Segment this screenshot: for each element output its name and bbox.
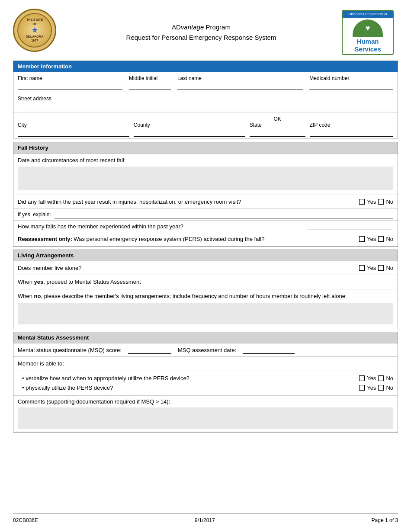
falls-count-input[interactable] xyxy=(307,222,393,230)
seal-star-icon: ★ xyxy=(26,26,43,35)
living-arrangements-textarea[interactable] xyxy=(18,303,393,324)
mental-status-header: Mental Status Assessment xyxy=(13,332,398,343)
ok-seal-text: THE STATE OF ★ OKLAHOMA 1907 xyxy=(26,18,43,42)
hs-heart-icon: ♥ xyxy=(366,24,370,33)
city-row: City County OK State ZIP code xyxy=(13,112,398,139)
name-row: First name Middle initial Last name Medi… xyxy=(13,72,398,92)
last-name-label: Last name xyxy=(177,75,303,81)
middle-initial-label: Middle initial xyxy=(129,75,171,81)
when-no-rest: , please describe the member's living ar… xyxy=(41,293,347,299)
bullet-1-yes-checkbox[interactable] xyxy=(359,375,365,381)
comments-textarea[interactable] xyxy=(18,407,393,429)
footer-page: Page 1 of 3 xyxy=(372,517,398,523)
hs-logo-bar: Oklahoma Department of xyxy=(343,11,393,18)
date-circumstances-label: Date and circumstances of most recent fa… xyxy=(18,157,125,163)
bullet-1-text: • verbalize how and when to appropriatel… xyxy=(22,374,353,383)
bullet-1-no-label: No xyxy=(386,375,393,381)
state-input[interactable] xyxy=(250,129,305,137)
county-input[interactable] xyxy=(134,129,245,137)
program-title-italic: vantage xyxy=(181,23,204,31)
reassessment-yesno-options: Yes No xyxy=(359,236,393,242)
fall-history-section: Fall History Date and circumstances of m… xyxy=(13,142,398,247)
injuries-yesno-options: Yes No xyxy=(359,199,393,205)
reassessment-normal-label: Was personal emergency response system (… xyxy=(74,236,264,242)
comments-row: Comments (supporting documentation requi… xyxy=(13,396,398,432)
city-group: City xyxy=(18,122,129,137)
live-alone-yes-checkbox[interactable] xyxy=(359,265,365,271)
footer-date: 9/1/2017 xyxy=(195,517,215,523)
comments-label: Comments (supporting documentation requi… xyxy=(18,398,170,405)
form-number: 02CB036E xyxy=(13,517,38,523)
hs-logo: Oklahoma Department of ♥ Human Services xyxy=(342,10,394,55)
last-name-input[interactable] xyxy=(177,82,303,90)
explain-row: If yes, explain: xyxy=(13,209,398,221)
falls-count-label: How many falls has the member experience… xyxy=(18,223,183,230)
first-name-group: First name xyxy=(18,75,129,90)
mental-status-section: Mental Status Assessment Mental status q… xyxy=(13,332,398,433)
first-name-label: First name xyxy=(18,75,122,81)
middle-initial-group: Middle initial xyxy=(129,75,177,90)
when-yes-row: When yes, proceed to Mental Status Asses… xyxy=(13,275,398,289)
street-address-row: Street address xyxy=(13,92,398,112)
middle-initial-input[interactable] xyxy=(129,82,171,90)
living-arrangements-header: Living Arrangements xyxy=(13,250,398,261)
explain-label: If yes, explain: xyxy=(18,212,51,218)
bullet-2-no-checkbox[interactable] xyxy=(378,385,384,391)
medicaid-number-input[interactable] xyxy=(309,82,393,90)
medicaid-number-label: Medicaid number xyxy=(309,75,393,81)
explain-input[interactable] xyxy=(55,211,393,218)
ok-seal-container: THE STATE OF ★ OKLAHOMA 1907 xyxy=(13,9,61,56)
state-group: OK State xyxy=(250,116,305,137)
bullet-2-yesno-options: Yes No xyxy=(359,385,393,391)
living-arrangements-section: Living Arrangements Does member live alo… xyxy=(13,250,398,330)
injuries-yesno: Yes No xyxy=(353,199,393,205)
injuries-row: Did any fall within the past year result… xyxy=(13,195,398,209)
state-prefill: OK xyxy=(250,116,305,122)
hs-green-arc-icon: ♥ xyxy=(353,19,383,37)
live-alone-no-checkbox[interactable] xyxy=(378,265,384,271)
injuries-question: Did any fall within the past year result… xyxy=(18,198,353,206)
member-info-header: Member Information xyxy=(13,61,398,72)
when-no-prefix: When xyxy=(18,293,34,299)
bullet-1-yes-label: Yes xyxy=(367,375,376,381)
falls-count-row: How many falls has the member experience… xyxy=(13,221,398,232)
bullet-1-no-checkbox[interactable] xyxy=(378,375,384,381)
street-address-input[interactable] xyxy=(18,103,393,110)
bullet-1-yesno-options: Yes No xyxy=(359,375,393,381)
program-title-line2: Request for Personal Emergency Response … xyxy=(61,32,342,43)
bullet-1-yesno: Yes No xyxy=(353,375,393,381)
program-title-normal: AD xyxy=(172,23,181,31)
first-name-input[interactable] xyxy=(18,82,122,90)
when-yes-rest: , proceed to Mental Status Assessment xyxy=(43,279,141,285)
injuries-yes-checkbox[interactable] xyxy=(359,199,365,205)
msq-score-input[interactable] xyxy=(128,346,171,354)
member-info-section: Member Information First name Middle ini… xyxy=(13,61,398,139)
bullet-item-1: • verbalize how and when to appropriatel… xyxy=(22,374,393,383)
county-group: County xyxy=(134,122,245,137)
city-label: City xyxy=(18,122,129,128)
msq-date-input[interactable] xyxy=(243,346,295,354)
page-footer: 02CB036E 9/1/2017 Page 1 of 3 xyxy=(13,513,398,523)
zip-input[interactable] xyxy=(310,129,393,137)
reassessment-yes-checkbox[interactable] xyxy=(359,236,365,242)
bullet-2-yes-checkbox[interactable] xyxy=(359,385,365,391)
bullet-2-text: • physically utilize the PERS device? xyxy=(22,384,353,392)
program-title-rest: Program xyxy=(204,23,231,31)
medicaid-number-group: Medicaid number xyxy=(309,75,393,90)
reassessment-text: Reassessment only: Was personal emergenc… xyxy=(18,235,353,244)
live-alone-row: Does member live alone? Yes No xyxy=(13,261,398,276)
program-title-line1: ADvantage Program xyxy=(61,22,342,32)
page: THE STATE OF ★ OKLAHOMA 1907 ADvantage P… xyxy=(0,0,411,532)
city-input[interactable] xyxy=(18,129,129,137)
reassessment-yes-label: Yes xyxy=(367,236,376,242)
ok-seal-inner: THE STATE OF ★ OKLAHOMA 1907 xyxy=(17,13,52,48)
msq-date-label: MSQ assessment date: xyxy=(178,347,236,353)
injuries-no-checkbox[interactable] xyxy=(378,199,384,205)
fall-history-header: Fall History xyxy=(13,142,398,154)
reassessment-bold-label: Reassessment only: xyxy=(18,236,72,242)
when-no-row: When no, please describe the member's li… xyxy=(13,289,398,329)
msq-score-label: Mental status questionnaire (MSQ) score: xyxy=(18,347,122,353)
date-circumstances-textarea[interactable] xyxy=(18,167,393,190)
reassessment-no-checkbox[interactable] xyxy=(378,236,384,242)
ok-seal: THE STATE OF ★ OKLAHOMA 1907 xyxy=(13,9,56,52)
